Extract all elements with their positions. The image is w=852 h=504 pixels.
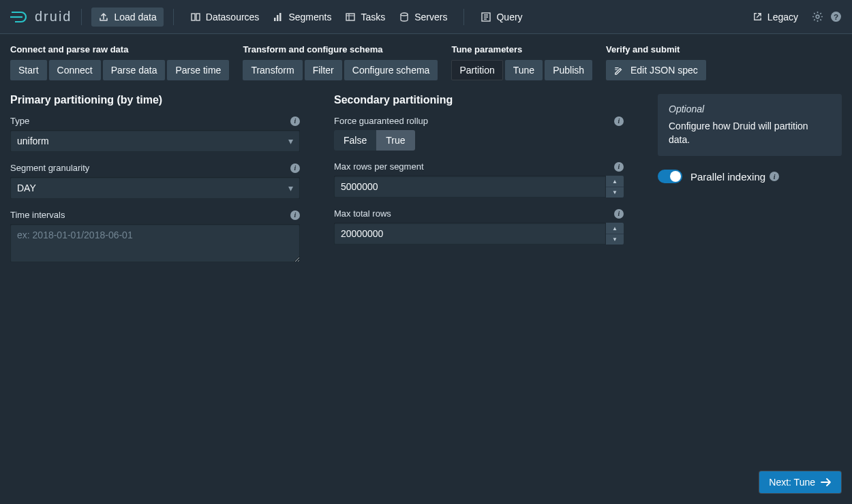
step-parse-data[interactable]: Parse data (103, 60, 166, 80)
step-group-label: Verify and submit (606, 44, 706, 54)
servers-icon (399, 12, 410, 22)
query-icon (481, 12, 491, 22)
nav-label: Servers (414, 12, 447, 22)
callout-title: Optional (669, 104, 831, 114)
svg-rect-4 (277, 15, 279, 21)
info-icon[interactable]: i (290, 210, 300, 220)
svg-text:?: ? (834, 12, 838, 21)
upload-icon (98, 12, 109, 22)
nav-label: Segments (288, 12, 331, 22)
brand-text: druid (35, 9, 72, 25)
max-rows-segment-label: Max rows per segment (334, 161, 424, 172)
step-start[interactable]: Start (10, 60, 47, 80)
decrement-button[interactable]: ▼ (606, 234, 624, 245)
nav-divider (173, 9, 174, 25)
gear-icon[interactable] (812, 11, 823, 22)
rollup-false-button[interactable]: False (334, 130, 376, 151)
nav-query[interactable]: Query (474, 7, 529, 27)
decrement-button[interactable]: ▼ (606, 187, 624, 198)
next-tune-button[interactable]: Next: Tune (759, 471, 841, 493)
segments-icon (273, 12, 284, 22)
type-label: Type (10, 116, 29, 126)
druid-logo-icon (10, 10, 29, 25)
svg-point-7 (401, 13, 408, 16)
nav-label: Tasks (361, 12, 385, 22)
svg-rect-1 (192, 14, 195, 20)
max-total-rows-label: Max total rows (334, 208, 391, 219)
max-rows-segment-input[interactable] (334, 176, 606, 198)
step-group-verify: Verify and submit Edit JSON spec (606, 44, 706, 80)
nav-legacy[interactable]: Legacy (746, 7, 805, 27)
rollup-true-button[interactable]: True (376, 130, 414, 151)
nav-datasources[interactable]: Datasources (183, 7, 267, 27)
step-parse-time[interactable]: Parse time (167, 60, 229, 80)
info-icon[interactable]: i (770, 172, 779, 181)
tasks-icon (345, 12, 356, 22)
info-icon[interactable]: i (614, 162, 624, 172)
help-icon[interactable]: ? (830, 11, 842, 22)
top-navbar: druid Load data Datasources Segments Tas… (0, 0, 852, 34)
switch-knob (670, 171, 681, 182)
arrow-right-icon (821, 477, 832, 487)
nav-segments[interactable]: Segments (266, 7, 338, 27)
svg-point-9 (816, 15, 819, 18)
step-filter[interactable]: Filter (305, 60, 342, 80)
primary-heading: Primary partitioning (by time) (10, 94, 300, 106)
granularity-select[interactable]: DAY (10, 177, 300, 199)
step-group-label: Connect and parse raw data (10, 44, 229, 54)
nav-servers[interactable]: Servers (392, 7, 454, 27)
nav-load-data[interactable]: Load data (91, 7, 163, 27)
rollup-toggle: False True (334, 130, 624, 151)
wizard-steps: Connect and parse raw data Start Connect… (0, 34, 852, 87)
intervals-textarea[interactable] (10, 224, 300, 262)
step-group-label: Tune parameters (451, 44, 592, 54)
step-group-transform: Transform and configure schema Transform… (243, 44, 438, 80)
intervals-label: Time intervals (10, 210, 65, 220)
callout-body: Configure how Druid will partition data. (669, 120, 831, 146)
info-icon[interactable]: i (290, 163, 300, 173)
secondary-heading: Secondary partitioning (334, 94, 624, 106)
next-label: Next: Tune (769, 477, 815, 488)
max-total-rows-input[interactable] (334, 223, 606, 245)
nav-tasks[interactable]: Tasks (338, 7, 392, 27)
svg-rect-2 (196, 14, 200, 20)
svg-rect-6 (346, 14, 354, 20)
step-edit-json-spec[interactable]: Edit JSON spec (606, 60, 706, 80)
step-partition[interactable]: Partition (451, 60, 502, 80)
increment-button[interactable]: ▲ (606, 176, 624, 187)
external-link-icon (752, 12, 763, 22)
step-label: Edit JSON spec (630, 65, 698, 76)
type-select[interactable]: uniform (10, 130, 300, 152)
step-publish[interactable]: Publish (545, 60, 592, 80)
brand-logo[interactable]: druid (10, 9, 72, 25)
info-icon[interactable]: i (614, 209, 624, 219)
datasources-icon (190, 12, 201, 22)
nav-label: Legacy (767, 12, 798, 22)
edit-json-icon (614, 66, 624, 76)
step-connect[interactable]: Connect (49, 60, 101, 80)
step-tune[interactable]: Tune (505, 60, 543, 80)
step-group-label: Transform and configure schema (243, 44, 438, 54)
info-icon[interactable]: i (290, 116, 300, 126)
parallel-indexing-label: Parallel indexing (690, 171, 765, 183)
info-icon[interactable]: i (614, 116, 624, 126)
primary-partitioning-column: Primary partitioning (by time) Type i un… (10, 94, 300, 275)
main-content: Primary partitioning (by time) Type i un… (0, 87, 852, 282)
parallel-indexing-row: Parallel indexing i (658, 170, 842, 183)
step-transform[interactable]: Transform (243, 60, 302, 80)
step-configure-schema[interactable]: Configure schema (344, 60, 438, 80)
rollup-label: Force guaranteed rollup (334, 116, 428, 126)
svg-rect-5 (279, 13, 282, 21)
parallel-indexing-switch[interactable] (658, 170, 682, 183)
step-group-connect: Connect and parse raw data Start Connect… (10, 44, 229, 80)
secondary-partitioning-column: Secondary partitioning Force guaranteed … (334, 94, 624, 275)
nav-label: Datasources (206, 12, 260, 22)
step-group-tune: Tune parameters Partition Tune Publish (451, 44, 592, 80)
side-column: Optional Configure how Druid will partit… (658, 94, 842, 275)
granularity-label: Segment granularity (10, 163, 89, 173)
increment-button[interactable]: ▲ (606, 223, 624, 234)
nav-label: Load data (114, 12, 156, 22)
svg-rect-3 (274, 18, 276, 21)
nav-divider (81, 9, 82, 25)
nav-divider (463, 9, 464, 25)
